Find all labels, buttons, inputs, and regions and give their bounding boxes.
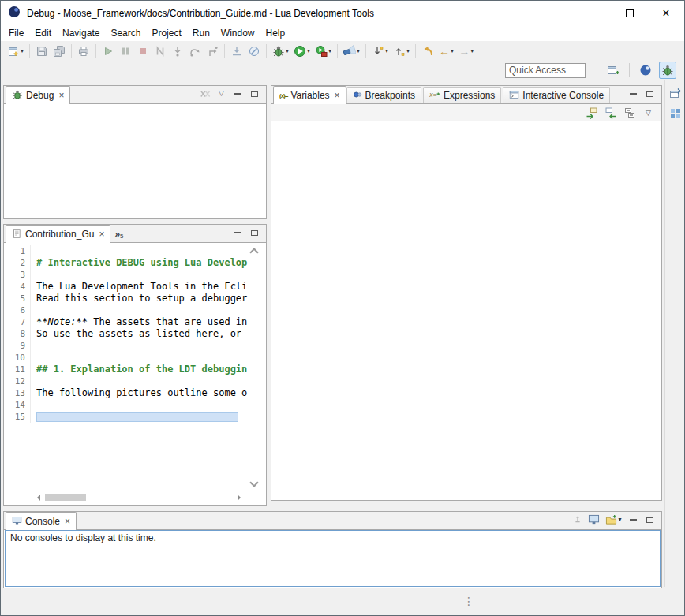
pin-console-icon[interactable] bbox=[570, 513, 585, 526]
line-number[interactable]: 9 bbox=[7, 340, 31, 352]
collapse-all-icon[interactable] bbox=[622, 106, 637, 120]
print-button[interactable] bbox=[75, 43, 92, 60]
editor-line[interactable]: 5Read this section to setup a debugger bbox=[4, 293, 266, 304]
run-button[interactable]: ▾ bbox=[291, 43, 313, 60]
close-icon[interactable]: × bbox=[58, 90, 64, 101]
restore-views-icon[interactable] bbox=[668, 86, 683, 102]
code-area[interactable]: 1 2# Interactive DEBUG using Lua Develop… bbox=[4, 243, 266, 505]
console-content[interactable]: No consoles to display at this time. bbox=[5, 530, 661, 587]
close-icon[interactable]: × bbox=[65, 516, 70, 527]
editor-line[interactable]: 8So use the assets as listed here, or bbox=[4, 328, 266, 340]
editor-line[interactable]: 6 bbox=[4, 304, 266, 316]
line-number[interactable]: 2 bbox=[7, 257, 31, 269]
editor-line[interactable]: 14 bbox=[4, 399, 266, 411]
tab-debug[interactable]: Debug × bbox=[6, 86, 70, 104]
line-number[interactable]: 7 bbox=[7, 316, 31, 328]
forward-button[interactable]: →▾ bbox=[456, 43, 476, 60]
debug-perspective-button[interactable] bbox=[659, 62, 676, 79]
editor-line[interactable]: 12 bbox=[4, 375, 266, 387]
editor-line[interactable]: 9 bbox=[4, 340, 266, 352]
menu-project[interactable]: Project bbox=[146, 26, 186, 40]
window-maximize-button[interactable] bbox=[612, 1, 648, 25]
ldt-perspective-button[interactable] bbox=[637, 62, 654, 79]
line-number[interactable]: 11 bbox=[7, 364, 31, 375]
minimize-icon[interactable] bbox=[230, 87, 245, 100]
display-selected-console-icon[interactable] bbox=[586, 513, 601, 526]
step-over-button[interactable] bbox=[186, 43, 204, 60]
line-number[interactable]: 1 bbox=[7, 245, 31, 257]
quick-access-input[interactable] bbox=[505, 63, 586, 78]
menu-navigate[interactable]: Navigate bbox=[57, 26, 105, 40]
step-into-button[interactable] bbox=[169, 43, 186, 60]
minimized-view-icon[interactable] bbox=[668, 106, 683, 121]
remove-all-terminated-icon[interactable] bbox=[197, 87, 212, 100]
tab-expressions[interactable]: x= Expressions bbox=[423, 87, 501, 103]
show-type-names-icon[interactable] bbox=[584, 106, 599, 120]
view-menu-icon[interactable]: ▽ bbox=[214, 87, 229, 100]
editor-line[interactable]: 13The following pictures outline some o bbox=[4, 387, 266, 399]
line-number[interactable]: 3 bbox=[7, 269, 31, 281]
maximize-icon[interactable] bbox=[642, 87, 657, 100]
editor-line current[interactable]: 15 bbox=[4, 411, 266, 423]
open-perspective-button[interactable] bbox=[605, 62, 622, 79]
suspend-button[interactable] bbox=[117, 43, 134, 60]
editor-line[interactable]: 2# Interactive DEBUG using Lua Develop bbox=[4, 257, 266, 269]
next-annotation-button[interactable]: ▾ bbox=[369, 43, 391, 60]
minimize-icon[interactable] bbox=[230, 226, 245, 239]
maximize-icon[interactable] bbox=[247, 87, 262, 100]
show-logical-structures-icon[interactable] bbox=[603, 106, 618, 120]
minimize-icon[interactable] bbox=[626, 513, 641, 526]
window-minimize-button[interactable] bbox=[575, 1, 612, 25]
tab-variables[interactable]: (x)= Variables × bbox=[273, 86, 346, 104]
save-all-button[interactable] bbox=[51, 43, 68, 60]
back-button[interactable]: ←▾ bbox=[436, 43, 456, 60]
dropdown-icon[interactable]: ▾ bbox=[618, 517, 621, 523]
skip-breakpoints-button[interactable] bbox=[245, 43, 263, 60]
line-number[interactable]: 15 bbox=[7, 411, 31, 423]
line-number[interactable]: 10 bbox=[7, 352, 31, 364]
variables-content[interactable] bbox=[271, 121, 661, 500]
tab-console[interactable]: Console × bbox=[6, 512, 77, 530]
dropdown-icon[interactable]: ▾ bbox=[328, 48, 331, 54]
menu-help[interactable]: Help bbox=[260, 26, 291, 40]
close-icon[interactable]: × bbox=[99, 229, 104, 240]
menu-search[interactable]: Search bbox=[105, 26, 146, 40]
tab-interactive-console[interactable]: Interactive Console bbox=[503, 87, 610, 103]
last-edit-location-button[interactable] bbox=[419, 43, 436, 60]
editor-line[interactable]: 10 bbox=[4, 352, 266, 364]
drag-handle-icon[interactable]: ⋮ bbox=[463, 595, 474, 607]
maximize-icon[interactable] bbox=[247, 226, 262, 239]
minimize-icon[interactable] bbox=[626, 87, 641, 100]
editor-line[interactable]: 1 bbox=[4, 245, 266, 257]
editor-line[interactable]: 7**Note:** The assets that are used in bbox=[4, 316, 266, 328]
line-number[interactable]: 13 bbox=[7, 387, 31, 399]
search-button[interactable]: ▾ bbox=[341, 43, 362, 60]
editor-line[interactable]: 4The Lua Development Tools in the Ecli bbox=[4, 281, 266, 293]
new-wizard-button[interactable]: ▾ bbox=[5, 43, 26, 60]
menu-window[interactable]: Window bbox=[215, 26, 260, 40]
resume-button[interactable] bbox=[99, 43, 117, 60]
line-number[interactable]: 14 bbox=[7, 399, 31, 411]
scrollbar-thumb[interactable] bbox=[45, 494, 86, 501]
previous-annotation-button[interactable]: ▾ bbox=[391, 43, 412, 60]
save-button[interactable] bbox=[33, 43, 51, 60]
debug-button[interactable]: ▾ bbox=[270, 43, 291, 60]
scroll-left-icon[interactable] bbox=[34, 495, 40, 501]
editor-content[interactable]: 1 2# Interactive DEBUG using Lua Develop… bbox=[4, 243, 266, 505]
dropdown-icon[interactable]: ▾ bbox=[451, 48, 454, 54]
dropdown-icon[interactable]: ▾ bbox=[385, 48, 388, 54]
maximize-icon[interactable] bbox=[642, 513, 657, 526]
window-close-button[interactable]: × bbox=[648, 1, 684, 25]
dropdown-icon[interactable]: ▾ bbox=[21, 48, 24, 54]
horizontal-scrollbar[interactable] bbox=[34, 492, 244, 502]
menu-file[interactable]: File bbox=[3, 26, 29, 40]
dropdown-icon[interactable]: ▾ bbox=[357, 48, 360, 54]
line-number[interactable]: 4 bbox=[7, 281, 31, 293]
menu-run[interactable]: Run bbox=[187, 26, 215, 40]
external-tools-button[interactable]: ▾ bbox=[313, 43, 334, 60]
line-number[interactable]: 8 bbox=[7, 328, 31, 340]
tab-breakpoints[interactable]: Breakpoints bbox=[346, 87, 421, 103]
disconnect-button[interactable] bbox=[152, 43, 169, 60]
tab-contribution-guide[interactable]: Contribution_Gu × bbox=[6, 225, 110, 243]
dropdown-icon[interactable]: ▾ bbox=[307, 48, 310, 54]
